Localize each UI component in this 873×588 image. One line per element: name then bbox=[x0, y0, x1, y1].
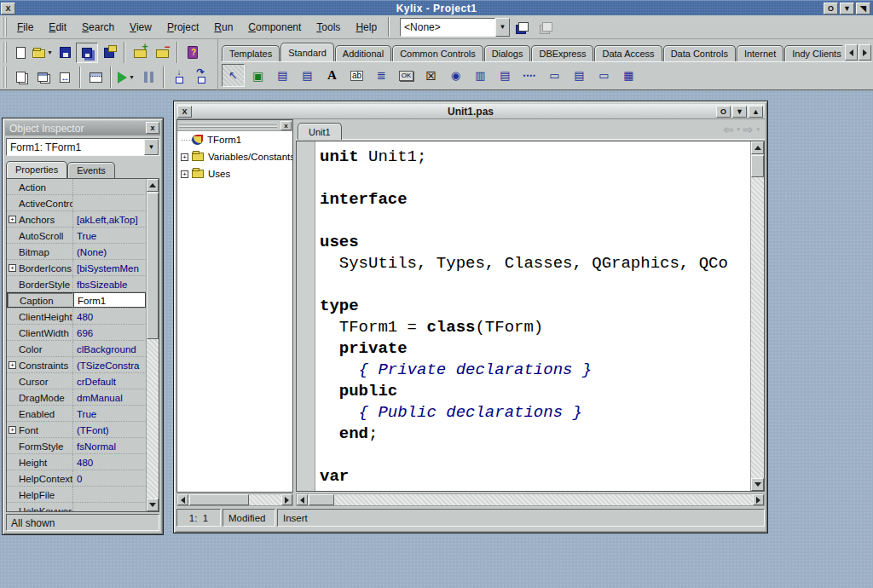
property-name[interactable]: Caption bbox=[7, 292, 73, 308]
menu-run[interactable]: Run bbox=[206, 19, 240, 36]
property-name[interactable]: HelpKeyword bbox=[7, 503, 73, 512]
view-forms-button[interactable] bbox=[32, 67, 54, 88]
component-label-button[interactable]: A bbox=[321, 64, 344, 87]
chevron-down-icon[interactable]: ▼ bbox=[47, 49, 53, 55]
pause-button[interactable] bbox=[137, 67, 159, 88]
close-icon[interactable]: X bbox=[1, 3, 15, 14]
property-name[interactable]: BorderStyle bbox=[7, 276, 73, 291]
tab-events[interactable]: Events bbox=[67, 162, 115, 178]
expand-icon[interactable]: + bbox=[181, 153, 188, 161]
component-actionlist-button[interactable]: ▦ bbox=[617, 64, 640, 87]
gripper[interactable] bbox=[179, 123, 277, 128]
property-name[interactable]: AutoScroll bbox=[7, 228, 73, 243]
tree-item-tform1[interactable]: TForm1 bbox=[177, 131, 292, 148]
component-button-button[interactable]: OK bbox=[395, 64, 418, 87]
component-listbox-button[interactable]: ▥ bbox=[469, 64, 492, 87]
component-checkbox-button[interactable]: ☒ bbox=[419, 64, 442, 87]
property-row-action[interactable]: Action bbox=[7, 179, 146, 195]
new-form-button[interactable] bbox=[84, 67, 107, 88]
chevron-down-icon[interactable]: ▼ bbox=[129, 74, 135, 80]
scroll-left-icon[interactable] bbox=[177, 494, 188, 505]
property-row-constraints[interactable]: +Constraints(TSizeConstra bbox=[7, 357, 146, 373]
property-row-formstyle[interactable]: FormStylefsNormal bbox=[7, 438, 146, 454]
close-icon[interactable]: x bbox=[280, 121, 292, 130]
property-name[interactable]: +Constraints bbox=[7, 357, 73, 372]
save-all-button[interactable] bbox=[76, 43, 98, 63]
property-row-caption[interactable]: CaptionForm1 bbox=[7, 292, 146, 308]
property-value[interactable]: Form1 bbox=[73, 292, 146, 308]
scroll-thumb[interactable] bbox=[189, 494, 249, 505]
property-name[interactable]: DragMode bbox=[7, 389, 73, 405]
run-button[interactable]: ▼ bbox=[115, 67, 137, 88]
palette-tab-standard[interactable]: Standard bbox=[280, 43, 334, 61]
property-row-bitmap[interactable]: Bitmap(None) bbox=[7, 244, 146, 260]
tab-unit1[interactable]: Unit1 bbox=[298, 123, 342, 140]
property-value[interactable]: fsNormal bbox=[73, 438, 146, 453]
menu-view[interactable]: View bbox=[122, 19, 159, 36]
save-file-button[interactable] bbox=[54, 43, 76, 63]
object-selector-combo[interactable]: Form1: TForm1 ▼ bbox=[6, 138, 159, 156]
set-debug-desktop-button[interactable] bbox=[537, 18, 558, 37]
component-frames-button[interactable]: ▣ bbox=[246, 64, 269, 87]
palette-tab-indy-clients[interactable]: Indy Clients bbox=[784, 45, 842, 61]
forward-dropdown-icon[interactable]: ▾ bbox=[756, 126, 760, 133]
palette-tab-templates[interactable]: Templates bbox=[222, 45, 280, 61]
component-panel-button[interactable]: ▭ bbox=[593, 64, 616, 87]
toggle-form-unit-button[interactable] bbox=[54, 67, 76, 88]
property-name[interactable]: Action bbox=[7, 179, 73, 194]
property-name[interactable]: +Font bbox=[7, 422, 73, 437]
property-row-cursor[interactable]: CursorcrDefault bbox=[7, 373, 146, 389]
scroll-up-icon[interactable] bbox=[751, 141, 764, 154]
editor-titlebar[interactable]: X Unit1.pas O ▼ ▲ bbox=[176, 104, 765, 119]
help-button[interactable] bbox=[182, 43, 204, 63]
property-name[interactable]: +BorderIcons bbox=[7, 260, 73, 275]
code-text[interactable]: unit Unit1; interface uses SysUtils, Typ… bbox=[316, 141, 750, 491]
property-name[interactable]: ClientHeight bbox=[7, 308, 73, 324]
palette-scroll-left-icon[interactable] bbox=[845, 44, 858, 61]
scroll-thumb[interactable] bbox=[751, 155, 764, 177]
property-value[interactable]: 0 bbox=[73, 470, 146, 486]
tree-item-uses[interactable]: +Uses bbox=[177, 165, 292, 182]
component-memo-button[interactable]: ≣ bbox=[370, 64, 393, 87]
property-row-font[interactable]: +Font(TFont) bbox=[7, 422, 146, 438]
property-value[interactable] bbox=[73, 179, 146, 194]
minimize-icon[interactable]: ▼ bbox=[840, 3, 854, 14]
property-row-enabled[interactable]: EnabledTrue bbox=[7, 406, 146, 422]
remove-file-from-project-button[interactable] bbox=[151, 43, 173, 63]
property-row-clientheight[interactable]: ClientHeight480 bbox=[7, 308, 146, 325]
expand-icon[interactable]: + bbox=[9, 216, 16, 223]
property-name[interactable]: HelpContext bbox=[7, 470, 73, 486]
maximize-icon[interactable]: ◥ bbox=[856, 3, 870, 14]
property-name[interactable]: +Anchors bbox=[7, 211, 73, 227]
property-value[interactable] bbox=[73, 487, 146, 502]
property-value[interactable]: 480 bbox=[73, 308, 146, 324]
property-row-helpkeyword[interactable]: HelpKeyword bbox=[7, 503, 146, 512]
close-icon[interactable]: X bbox=[177, 106, 192, 118]
property-value[interactable]: True bbox=[73, 406, 146, 421]
save-project-as-button[interactable] bbox=[98, 43, 120, 63]
desktop-combo[interactable]: <None> ▼ bbox=[400, 18, 510, 37]
palette-scroll-right-icon[interactable] bbox=[859, 44, 871, 61]
menubar-grip[interactable] bbox=[2, 17, 7, 37]
property-row-helpcontext[interactable]: HelpContext0 bbox=[7, 470, 146, 487]
property-row-activecontrol[interactable]: ActiveControl bbox=[7, 195, 146, 211]
property-value[interactable]: fbsSizeable bbox=[73, 276, 146, 291]
scroll-down-icon[interactable] bbox=[751, 478, 764, 491]
property-value[interactable] bbox=[73, 195, 146, 210]
toolbar-grip[interactable] bbox=[2, 42, 7, 63]
property-row-clientwidth[interactable]: ClientWidth696 bbox=[7, 325, 146, 341]
component-radiobutton-button[interactable]: ◉ bbox=[444, 64, 467, 87]
main-titlebar[interactable]: X Kylix - Project1 O ▼ ◥ bbox=[0, 0, 873, 15]
code-editor[interactable]: unit Unit1; interface uses SysUtils, Typ… bbox=[296, 141, 765, 492]
minimize-icon[interactable]: ▼ bbox=[732, 106, 747, 118]
property-row-bordericons[interactable]: +BorderIcons[biSystemMen bbox=[7, 260, 146, 276]
property-name[interactable]: FormStyle bbox=[7, 438, 73, 453]
property-name[interactable]: Enabled bbox=[7, 406, 73, 421]
property-name[interactable]: ActiveControl bbox=[7, 195, 73, 210]
component-popupmenu-button[interactable]: ▤ bbox=[296, 64, 319, 87]
property-value[interactable]: 696 bbox=[73, 325, 146, 340]
scroll-down-icon[interactable] bbox=[147, 499, 159, 511]
component-selection-tool-button[interactable]: ↖ bbox=[222, 64, 245, 87]
object-inspector-titlebar[interactable]: Object Inspector x bbox=[5, 121, 160, 135]
scroll-left-icon[interactable] bbox=[297, 494, 308, 505]
